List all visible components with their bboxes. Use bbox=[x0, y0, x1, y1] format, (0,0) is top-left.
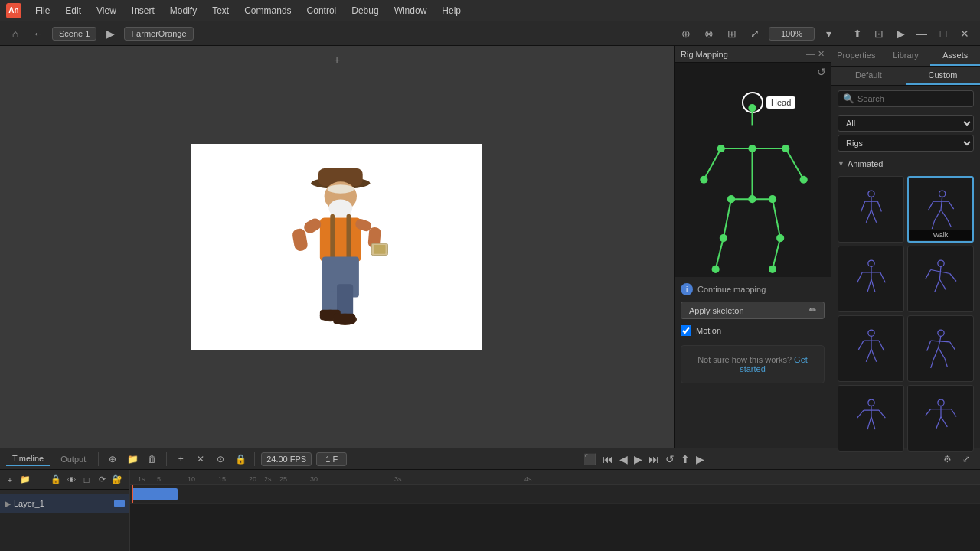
svg-line-88 bbox=[930, 360, 933, 368]
close-icon[interactable]: ✕ bbox=[818, 49, 825, 59]
menu-modify[interactable]: Modify bbox=[164, 4, 203, 18]
rig-thumb-3[interactable] bbox=[838, 246, 904, 312]
close-button[interactable]: ✕ bbox=[956, 24, 974, 43]
svg-rect-14 bbox=[333, 313, 355, 323]
folder-button[interactable]: 📁 bbox=[125, 452, 140, 467]
menu-edit[interactable]: Edit bbox=[59, 4, 87, 18]
tab-custom[interactable]: Custom bbox=[906, 67, 980, 85]
maximize-button[interactable]: □ bbox=[934, 24, 952, 43]
timeline-layers: + 📁 — 🔒 👁 □ ⟳ 🔐 ▶ Layer_1 bbox=[0, 470, 130, 551]
tab-library[interactable]: Library bbox=[881, 46, 931, 66]
tab-default[interactable]: Default bbox=[831, 67, 906, 85]
assets-filter: All Rigs bbox=[831, 112, 980, 155]
frame-display[interactable]: 1 F bbox=[316, 452, 347, 466]
onion-skin-button[interactable]: ⊙ bbox=[213, 452, 228, 467]
menu-file[interactable]: File bbox=[29, 4, 56, 18]
scene-label[interactable]: Scene 1 bbox=[52, 27, 96, 41]
tab-properties[interactable]: Properties bbox=[831, 46, 881, 66]
menu-view[interactable]: View bbox=[90, 4, 122, 18]
menu-text[interactable]: Text bbox=[206, 4, 235, 18]
zoom-dropdown[interactable]: ▾ bbox=[819, 24, 838, 43]
export-button[interactable]: ⬆ bbox=[679, 452, 691, 467]
fps-value: 24.00 bbox=[266, 455, 288, 464]
play-button[interactable]: ▶ bbox=[694, 452, 706, 467]
step-back-button[interactable]: ⏮ bbox=[601, 452, 615, 467]
show-layer-btn[interactable]: 👁 bbox=[64, 473, 78, 487]
tab-assets[interactable]: Assets bbox=[930, 46, 980, 66]
rig-thumb-1[interactable] bbox=[838, 176, 904, 243]
svg-line-93 bbox=[867, 416, 871, 429]
step-forward-button[interactable]: ⏭ bbox=[647, 452, 661, 467]
divider-3 bbox=[254, 452, 255, 466]
timeline-expand-button[interactable]: ⤢ bbox=[959, 452, 974, 467]
outline-layer-btn[interactable]: □ bbox=[80, 473, 93, 487]
lock-layer-btn[interactable]: 🔒 bbox=[49, 473, 63, 487]
minimize-button[interactable]: — bbox=[913, 24, 931, 43]
rig-thumb-8[interactable] bbox=[907, 385, 974, 452]
canvas-area[interactable]: + bbox=[0, 46, 674, 448]
menu-commands[interactable]: Commands bbox=[238, 4, 297, 18]
menu-insert[interactable]: Insert bbox=[126, 4, 161, 18]
export-button[interactable]: ⬆ bbox=[848, 24, 867, 43]
rig-thumb-5[interactable] bbox=[838, 315, 904, 382]
play-button[interactable]: ▶ bbox=[891, 24, 910, 43]
timeline-tracks[interactable]: 1s 2s 3s 4s 5 10 15 20 25 30 bbox=[130, 470, 980, 551]
rig-thumb-7[interactable] bbox=[838, 385, 904, 452]
frame-back-button[interactable]: ◀ bbox=[618, 452, 629, 467]
svg-line-49 bbox=[861, 201, 864, 211]
add-layer-btn[interactable]: + bbox=[3, 473, 17, 487]
back-button[interactable]: ← bbox=[29, 24, 47, 43]
svg-point-81 bbox=[937, 330, 943, 336]
apply-skeleton-button[interactable]: Apply skeleton ✏ bbox=[681, 302, 825, 319]
search-input[interactable] bbox=[858, 94, 969, 103]
divider-1 bbox=[98, 452, 99, 466]
track-segment bbox=[132, 488, 178, 500]
menu-control[interactable]: Control bbox=[301, 4, 343, 18]
zoom-input[interactable] bbox=[769, 27, 815, 41]
animated-section-header[interactable]: ▼ Animated bbox=[831, 155, 980, 173]
character-label[interactable]: FarmerOrange bbox=[124, 27, 193, 41]
motion-checkbox[interactable] bbox=[681, 325, 691, 336]
rig-thumbnails-grid: Walk bbox=[831, 173, 980, 455]
svg-line-58 bbox=[932, 220, 934, 229]
new-frame-button[interactable]: + bbox=[173, 452, 188, 467]
lock-all-btn[interactable]: 🔐 bbox=[110, 473, 124, 487]
delete-layer-button[interactable]: 🗑 bbox=[145, 452, 160, 467]
delete-layer-btn[interactable]: — bbox=[34, 473, 47, 487]
fps-display: 24.00 FPS bbox=[261, 452, 312, 466]
default-custom-tabs: Default Custom bbox=[831, 67, 980, 86]
output-tab[interactable]: Output bbox=[54, 453, 92, 465]
filter-type-select[interactable]: All bbox=[838, 115, 974, 132]
menu-help[interactable]: Help bbox=[436, 4, 467, 18]
svg-line-48 bbox=[871, 210, 877, 223]
home-button[interactable]: ⌂ bbox=[6, 24, 24, 43]
rig-thumb-4[interactable] bbox=[907, 246, 974, 312]
snap-button[interactable]: ⊕ bbox=[677, 24, 695, 43]
stop-button[interactable]: ⬛ bbox=[582, 452, 598, 467]
loop-button[interactable]: ↺ bbox=[664, 452, 676, 467]
menu-debug[interactable]: Debug bbox=[345, 4, 384, 18]
track-area[interactable] bbox=[130, 485, 980, 504]
ruler-mark-2s: 2s bbox=[264, 475, 272, 483]
expand-button[interactable]: ⤢ bbox=[746, 24, 764, 43]
filter-category-select[interactable]: Rigs bbox=[838, 135, 974, 152]
grid-button[interactable]: ⊞ bbox=[723, 24, 741, 43]
delete-frame-button[interactable]: ✕ bbox=[193, 452, 208, 467]
collapse-icon[interactable]: — bbox=[806, 49, 815, 59]
timeline-settings-button[interactable]: ⚙ bbox=[940, 452, 956, 467]
screen-button[interactable]: ⊡ bbox=[870, 24, 888, 43]
lock-button[interactable]: 🔒 bbox=[233, 452, 248, 467]
svg-line-68 bbox=[939, 266, 941, 279]
frame-forward-button[interactable]: ▶ bbox=[632, 452, 644, 467]
folder-layer-btn[interactable]: 📁 bbox=[18, 473, 32, 487]
svg-point-42 bbox=[712, 266, 720, 273]
rig-thumb-walk[interactable]: Walk bbox=[907, 176, 974, 243]
timeline-tab[interactable]: Timeline bbox=[6, 452, 50, 466]
motion-layer-btn[interactable]: ⟳ bbox=[95, 473, 109, 487]
new-layer-button[interactable]: ⊕ bbox=[105, 452, 120, 467]
rig-thumb-6[interactable] bbox=[907, 315, 974, 382]
magnet-button[interactable]: ⊗ bbox=[700, 24, 718, 43]
menu-window[interactable]: Window bbox=[388, 4, 433, 18]
svg-line-79 bbox=[858, 341, 864, 350]
layer-row-1[interactable]: ▶ Layer_1 bbox=[0, 494, 129, 513]
